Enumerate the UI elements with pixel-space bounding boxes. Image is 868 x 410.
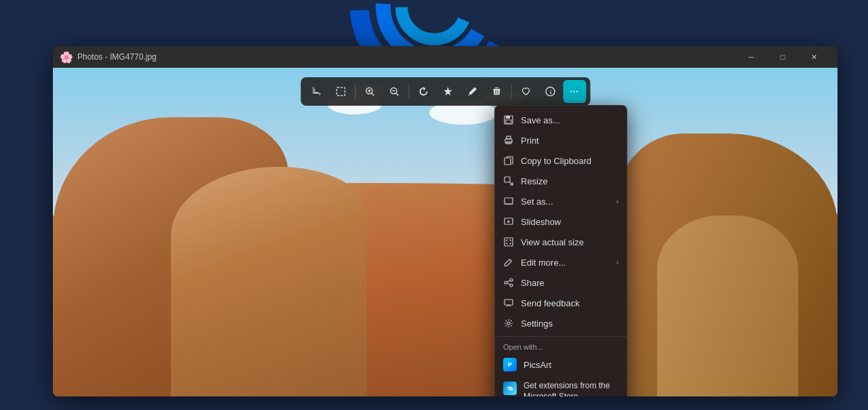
- window-title: Photos - IMG4770.jpg: [77, 52, 157, 62]
- svg-marker-11: [443, 87, 452, 96]
- delete-button[interactable]: [485, 80, 508, 103]
- menu-divider: [495, 336, 627, 337]
- svg-rect-32: [505, 300, 513, 305]
- print-label: Print: [521, 136, 618, 146]
- toolbar-separator-2: [408, 84, 409, 99]
- svg-line-5: [372, 94, 374, 96]
- toolbar-separator: [355, 84, 355, 99]
- svg-rect-18: [507, 136, 511, 139]
- title-bar-left: 🌸 Photos - IMG4770.jpg: [61, 52, 157, 62]
- maximize-button[interactable]: □: [767, 46, 798, 68]
- svg-rect-22: [505, 198, 513, 204]
- enhance-button[interactable]: [436, 80, 459, 103]
- resize-label: Resize: [521, 176, 618, 186]
- settings-label: Settings: [521, 319, 618, 329]
- menu-item-print[interactable]: Print: [495, 130, 627, 150]
- menu-item-view-actual[interactable]: View actual size: [495, 232, 627, 252]
- menu-item-get-extensions[interactable]: 🛍 Get extensions from the Microsoft Stor…: [495, 376, 627, 396]
- set-as-label: Set as...: [521, 197, 610, 207]
- menu-item-copy-clipboard[interactable]: Copy to Clipboard: [495, 150, 627, 171]
- photos-app-icon: 🌸: [61, 52, 72, 62]
- edit-more-label: Edit more...: [521, 258, 610, 268]
- minimize-button[interactable]: ─: [736, 46, 767, 68]
- svg-point-33: [507, 322, 510, 325]
- slideshow-label: Slideshow: [521, 217, 618, 227]
- svg-line-30: [507, 281, 510, 282]
- menu-item-share[interactable]: Share: [495, 272, 627, 293]
- set-as-arrow: ›: [616, 198, 618, 205]
- zoom-out-button[interactable]: [382, 80, 406, 103]
- toolbar-separator-3: [511, 84, 511, 99]
- get-extensions-label: Get extensions from the Microsoft Store: [524, 381, 618, 396]
- share-icon: [503, 277, 514, 288]
- svg-line-9: [396, 94, 399, 96]
- svg-point-2: [401, 0, 467, 39]
- menu-item-save-as[interactable]: Save as...: [495, 110, 627, 130]
- zoom-in-button[interactable]: [358, 80, 381, 103]
- crop-button[interactable]: [304, 80, 328, 103]
- send-feedback-label: Send feedback: [521, 298, 618, 308]
- print-icon: [503, 135, 514, 146]
- picsart-label: PicsArt: [524, 360, 618, 370]
- svg-rect-3: [336, 87, 344, 96]
- favorite-button[interactable]: [514, 80, 537, 103]
- svg-line-31: [507, 283, 510, 285]
- svg-point-27: [510, 279, 513, 281]
- rock-center-left: [171, 167, 367, 397]
- title-bar: 🌸 Photos - IMG4770.jpg ─ □ ✕: [53, 46, 837, 68]
- menu-item-send-feedback[interactable]: Send feedback: [495, 293, 627, 313]
- send-feedback-icon: [503, 298, 514, 308]
- view-actual-label: View actual size: [521, 237, 618, 247]
- resize-icon: [503, 176, 514, 186]
- app-window: 🌸 Photos - IMG4770.jpg ─ □ ✕: [53, 46, 837, 396]
- svg-rect-20: [505, 158, 511, 165]
- svg-rect-26: [505, 238, 513, 246]
- open-with-label: Open with...: [495, 340, 627, 353]
- toolbar: i ···: [300, 77, 590, 106]
- info-button[interactable]: i: [538, 80, 561, 103]
- rotate-button[interactable]: [412, 80, 435, 103]
- svg-rect-16: [506, 120, 511, 123]
- svg-point-28: [510, 284, 513, 287]
- svg-point-29: [505, 281, 507, 284]
- menu-item-set-as[interactable]: Set as... ›: [495, 191, 627, 211]
- title-bar-controls: ─ □ ✕: [736, 46, 829, 68]
- photo-area: i ··· Save as... Print: [53, 68, 837, 396]
- menu-item-resize[interactable]: Resize: [495, 171, 627, 191]
- share-label: Share: [521, 278, 618, 288]
- svg-text:i: i: [550, 89, 552, 96]
- menu-item-picsart[interactable]: P PicsArt: [495, 353, 627, 376]
- view-actual-icon: [503, 237, 514, 247]
- settings-icon: [503, 318, 514, 329]
- edit-more-arrow: ›: [616, 259, 618, 266]
- svg-rect-15: [506, 116, 510, 119]
- svg-marker-25: [508, 220, 511, 223]
- menu-item-slideshow[interactable]: Slideshow: [495, 211, 627, 232]
- copy-clipboard-label: Copy to Clipboard: [521, 156, 618, 166]
- slideshow-icon: [503, 216, 514, 227]
- picsart-icon: P: [503, 358, 517, 371]
- svg-rect-21: [505, 177, 510, 182]
- draw-button[interactable]: [460, 80, 484, 103]
- close-button[interactable]: ✕: [798, 46, 829, 68]
- set-as-icon: [503, 196, 514, 207]
- select-button[interactable]: [329, 80, 352, 103]
- copy-clipboard-icon: [503, 155, 514, 166]
- menu-item-settings[interactable]: Settings: [495, 313, 627, 333]
- save-as-label: Save as...: [521, 115, 618, 125]
- store-icon: 🛍: [503, 382, 517, 395]
- rock-far-right: [657, 216, 798, 396]
- menu-item-edit-more[interactable]: Edit more... ›: [495, 252, 627, 272]
- photo-background: [53, 68, 837, 396]
- context-menu: Save as... Print Copy to Clipboard: [494, 105, 627, 396]
- save-as-icon: [503, 115, 514, 125]
- edit-more-icon: [503, 257, 514, 268]
- more-options-button[interactable]: ···: [563, 80, 586, 103]
